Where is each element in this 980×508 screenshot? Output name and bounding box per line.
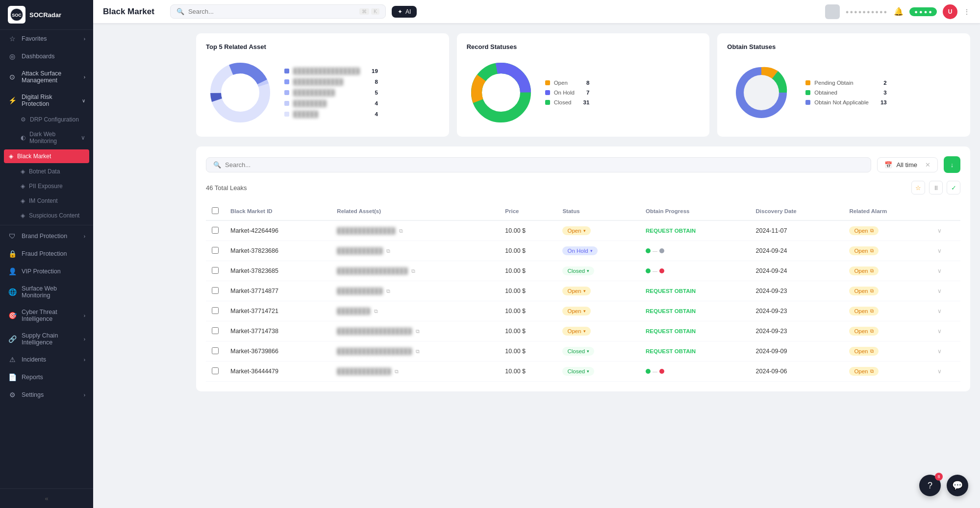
expand-chevron[interactable]: ∨ xyxy=(937,247,942,254)
copy-icon[interactable]: ⧉ xyxy=(386,248,390,254)
sidebar-item-pii[interactable]: ◈ PII Exposure xyxy=(0,179,93,194)
date-filter[interactable]: 📅 All time ✕ xyxy=(877,157,938,172)
col-asset: Related Asset(s) xyxy=(331,202,499,220)
copy-icon[interactable]: ⧉ xyxy=(374,308,378,314)
sidebar-item-drp-config[interactable]: ⚙ DRP Configuration xyxy=(0,112,93,127)
obtain-link[interactable]: REQUEST OBTAIN xyxy=(646,328,696,334)
sidebar-item-cyber[interactable]: 🎯 Cyber Threat Intelligence › xyxy=(0,304,93,327)
copy-icon[interactable]: ⧉ xyxy=(399,228,403,234)
copy-icon[interactable]: ⧉ xyxy=(386,288,390,294)
expand-chevron[interactable]: ∨ xyxy=(937,348,942,355)
sidebar-collapse-btn[interactable]: « xyxy=(0,488,93,508)
status-chevron[interactable]: ▾ xyxy=(583,289,586,293)
status-pill[interactable]: Closed ▾ xyxy=(562,266,594,275)
status-chevron[interactable]: ▾ xyxy=(583,329,586,334)
copy-icon[interactable]: ⧉ xyxy=(411,268,415,274)
expand-cell[interactable]: ∨ xyxy=(931,261,960,281)
expand-cell[interactable]: ∨ xyxy=(931,362,960,382)
status-pill[interactable]: Open ▾ xyxy=(562,307,590,315)
filter-pause-btn[interactable]: ⏸ xyxy=(929,181,943,194)
download-button[interactable]: ↓ xyxy=(944,156,960,173)
row-checkbox[interactable] xyxy=(212,367,219,374)
expand-chevron[interactable]: ∨ xyxy=(937,328,942,335)
expand-cell[interactable]: ∨ xyxy=(931,301,960,321)
alarm-pill[interactable]: Open ⧉ xyxy=(849,307,878,315)
search-bar[interactable]: 🔍 ⌘ K xyxy=(170,4,386,19)
alarm-pill[interactable]: Open ⧉ xyxy=(849,287,878,295)
alarm-pill[interactable]: Open ⧉ xyxy=(849,246,878,255)
sidebar-item-surface-web[interactable]: 🌐 Surface Web Monitoring xyxy=(0,280,93,304)
sidebar-item-fraud[interactable]: 🔒 Fraud Protection xyxy=(0,245,93,263)
row-checkbox[interactable] xyxy=(212,227,219,234)
status-chevron[interactable]: ▾ xyxy=(590,248,593,253)
table-search-input[interactable] xyxy=(225,161,864,169)
alarm-pill[interactable]: Open ⧉ xyxy=(849,226,878,235)
status-chevron[interactable]: ▾ xyxy=(587,349,589,354)
alarm-pill[interactable]: Open ⧉ xyxy=(849,347,878,356)
sidebar-item-attack-surface[interactable]: ⊙ Attack Surface Management › xyxy=(0,65,93,89)
sidebar-item-botnet[interactable]: ◈ Botnet Data xyxy=(0,164,93,179)
sidebar-item-suspicious[interactable]: ◈ Suspicious Content xyxy=(0,208,93,223)
alarm-pill[interactable]: Open ⧉ xyxy=(849,367,878,376)
filter-check-btn[interactable]: ✓ xyxy=(947,181,960,194)
row-checkbox[interactable] xyxy=(212,347,219,354)
row-checkbox[interactable] xyxy=(212,267,219,274)
status-chevron[interactable]: ▾ xyxy=(587,268,589,273)
row-checkbox[interactable] xyxy=(212,307,219,314)
status-chevron[interactable]: ▾ xyxy=(587,369,589,374)
ai-button[interactable]: ✦ AI xyxy=(392,6,417,18)
expand-cell[interactable]: ∨ xyxy=(931,241,960,261)
obtain-link[interactable]: REQUEST OBTAIN xyxy=(646,288,696,294)
expand-chevron[interactable]: ∨ xyxy=(937,288,942,294)
expand-cell[interactable]: ∨ xyxy=(931,281,960,301)
sidebar-item-dashboards[interactable]: ◎ Dashboards xyxy=(0,48,93,65)
copy-icon[interactable]: ⧉ xyxy=(416,328,420,334)
sidebar-item-im[interactable]: ◈ IM Content xyxy=(0,194,93,208)
row-checkbox[interactable] xyxy=(212,287,219,294)
expand-chevron[interactable]: ∨ xyxy=(937,267,942,274)
status-chevron[interactable]: ▾ xyxy=(583,309,586,314)
expand-chevron[interactable]: ∨ xyxy=(937,227,942,234)
obtain-link[interactable]: REQUEST OBTAIN xyxy=(646,348,696,354)
expand-cell[interactable]: ∨ xyxy=(931,341,960,362)
close-icon[interactable]: ✕ xyxy=(925,161,930,169)
sidebar-item-digital-risk[interactable]: ⚡ Digital Risk Protection ∨ xyxy=(0,89,93,112)
chat-button[interactable]: 💬 xyxy=(947,475,968,496)
sidebar-item-favorites[interactable]: ☆ Favorites › xyxy=(0,30,93,48)
expand-chevron[interactable]: ∨ xyxy=(937,368,942,375)
sidebar-item-incidents[interactable]: ⚠ Incidents › xyxy=(0,351,93,368)
filter-star-btn[interactable]: ☆ xyxy=(911,181,925,194)
help-button[interactable]: ? 8 xyxy=(919,475,941,496)
bell-icon[interactable]: 🔔 xyxy=(894,7,904,16)
obtain-link[interactable]: REQUEST OBTAIN xyxy=(646,308,696,314)
status-chevron[interactable]: ▾ xyxy=(583,228,586,233)
copy-icon[interactable]: ⧉ xyxy=(416,348,420,354)
sidebar-item-vip[interactable]: 👤 VIP Protection xyxy=(0,263,93,280)
expand-cell[interactable]: ∨ xyxy=(931,220,960,241)
status-pill[interactable]: Open ▾ xyxy=(562,287,590,295)
row-checkbox[interactable] xyxy=(212,247,219,254)
status-pill[interactable]: Closed ▾ xyxy=(562,367,594,376)
row-checkbox[interactable] xyxy=(212,327,219,334)
status-pill[interactable]: Closed ▾ xyxy=(562,347,594,356)
alarm-pill[interactable]: Open ⧉ xyxy=(849,327,878,336)
select-all-checkbox[interactable] xyxy=(212,207,219,214)
sidebar-item-dark-web[interactable]: ◐ Dark Web Monitoring ∨ xyxy=(0,127,93,148)
user-avatar[interactable]: U xyxy=(943,4,957,19)
menu-icon[interactable]: ⋮ xyxy=(963,8,970,16)
table-search-bar[interactable]: 🔍 xyxy=(206,157,871,172)
sidebar-item-brand[interactable]: 🛡 Brand Protection › xyxy=(0,227,93,245)
status-pill[interactable]: Open ▾ xyxy=(562,327,590,336)
status-pill[interactable]: On Hold ▾ xyxy=(562,246,597,255)
expand-chevron[interactable]: ∨ xyxy=(937,308,942,314)
sidebar-item-reports[interactable]: 📄 Reports xyxy=(0,368,93,386)
sidebar-item-supply[interactable]: 🔗 Supply Chain Intelligence › xyxy=(0,327,93,351)
expand-cell[interactable]: ∨ xyxy=(931,321,960,341)
search-input[interactable] xyxy=(188,8,355,15)
alarm-pill[interactable]: Open ⧉ xyxy=(849,266,878,275)
status-pill[interactable]: Open ▾ xyxy=(562,226,590,235)
copy-icon[interactable]: ⧉ xyxy=(395,368,399,374)
sidebar-item-black-market[interactable]: ◈ Black Market xyxy=(4,149,89,163)
sidebar-item-settings[interactable]: ⚙ Settings › xyxy=(0,386,93,404)
obtain-link[interactable]: REQUEST OBTAIN xyxy=(646,228,696,234)
